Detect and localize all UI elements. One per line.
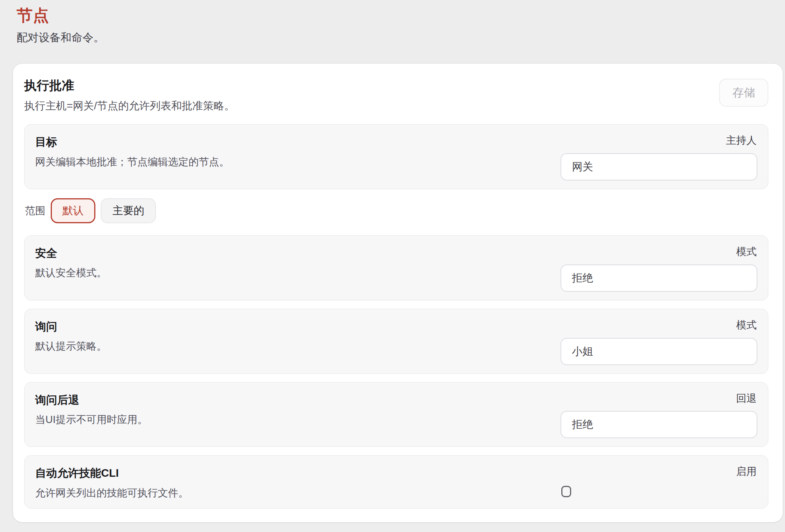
- auto-allow-checkbox[interactable]: [561, 486, 571, 497]
- section-ask-fallback-field: 回退: [561, 392, 757, 439]
- fallback-field-label: 回退: [736, 392, 757, 405]
- mode-field-label: 模式: [736, 246, 757, 258]
- target-host-input[interactable]: [561, 153, 757, 180]
- ask-fallback-input[interactable]: [561, 411, 757, 438]
- page-subtitle: 配对设备和命令。: [17, 30, 783, 45]
- security-mode-input[interactable]: [561, 264, 757, 292]
- section-ask: 询问 默认提示策略。 模式: [24, 309, 768, 374]
- section-auto-allow-field: 启用: [561, 465, 757, 500]
- section-auto-allow-text: 自动允许技能CLI 允许网关列出的技能可执行文件。: [35, 465, 188, 500]
- scope-chip-default[interactable]: 默认: [51, 198, 95, 223]
- section-ask-text: 询问 默认提示策略。: [35, 318, 107, 365]
- section-description: 网关编辑本地批准；节点编辑选定的节点。: [35, 155, 229, 169]
- section-description: 允许网关列出的技能可执行文件。: [35, 486, 188, 500]
- scope-chip-primary[interactable]: 主要的: [101, 198, 156, 223]
- section-ask-field: 模式: [561, 318, 757, 365]
- section-title: 目标: [35, 135, 229, 149]
- section-title: 自动允许技能CLI: [35, 466, 188, 480]
- section-security-field: 模式: [561, 245, 757, 292]
- section-security: 安全 默认安全模式。 模式: [24, 235, 768, 300]
- section-ask-fallback-text: 询问后退 当UI提示不可用时应用。: [35, 392, 148, 439]
- mode-field-label: 模式: [736, 319, 757, 332]
- exec-approvals-card: 执行批准 执行主机=网关/节点的允许列表和批准策略。 存储 目标 网关编辑本地批…: [12, 63, 783, 523]
- enable-field-label: 启用: [736, 465, 757, 478]
- section-auto-allow-skill-cli: 自动允许技能CLI 允许网关列出的技能可执行文件。 启用: [24, 455, 768, 509]
- card-description: 执行主机=网关/节点的允许列表和批准策略。: [24, 99, 235, 113]
- host-field-label: 主持人: [726, 134, 757, 147]
- scope-row: 范围 默认 主要的: [25, 198, 768, 223]
- page-title: 节点: [17, 7, 783, 24]
- section-security-text: 安全 默认安全模式。: [35, 245, 107, 292]
- section-target-field: 主持人: [561, 134, 757, 180]
- section-description: 当UI提示不可用时应用。: [35, 413, 148, 426]
- scope-label: 范围: [25, 204, 45, 218]
- page-header: 节点 配对设备和命令。: [17, 7, 783, 45]
- section-target-text: 目标 网关编辑本地批准；节点编辑选定的节点。: [35, 134, 229, 180]
- section-title: 安全: [35, 246, 107, 260]
- ask-mode-input[interactable]: [561, 338, 757, 365]
- nodes-settings-page: 节点 配对设备和命令。 执行批准 执行主机=网关/节点的允许列表和批准策略。 存…: [0, 0, 785, 523]
- section-description: 默认提示策略。: [35, 339, 107, 353]
- card-header-text: 执行批准 执行主机=网关/节点的允许列表和批准策略。: [24, 79, 235, 113]
- section-target: 目标 网关编辑本地批准；节点编辑选定的节点。 主持人: [24, 124, 768, 189]
- card-title: 执行批准: [24, 79, 235, 92]
- section-description: 默认安全模式。: [35, 266, 107, 280]
- section-ask-fallback: 询问后退 当UI提示不可用时应用。 回退: [24, 382, 768, 447]
- card-header: 执行批准 执行主机=网关/节点的允许列表和批准策略。 存储: [24, 79, 768, 113]
- save-button[interactable]: 存储: [719, 79, 768, 107]
- section-title: 询问: [35, 320, 107, 333]
- section-title: 询问后退: [35, 393, 148, 407]
